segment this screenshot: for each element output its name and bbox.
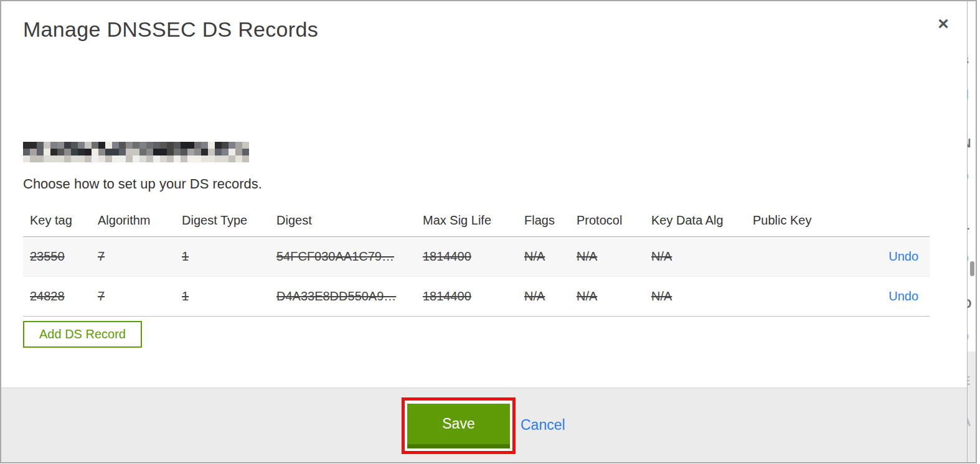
col-header-algorithm: Algorithm xyxy=(98,206,182,237)
col-header-max-sig-life: Max Sig Life xyxy=(423,206,524,237)
cell-flags: N/A xyxy=(524,237,577,277)
occluded-text-fragment: s xyxy=(968,53,969,66)
col-header-public-key: Public Key xyxy=(753,206,880,237)
occluded-text-fragment: o xyxy=(968,251,969,264)
screenshot-root: Manage DNSSEC DS Records × Choose how to… xyxy=(0,0,980,464)
table-row: 24828 7 1 D4A33E8DD550A9… 1814400 N/A N/… xyxy=(23,277,930,317)
redacted-domain-name xyxy=(23,142,249,162)
cell-digest-type: 1 xyxy=(182,237,276,277)
col-header-protocol: Protocol xyxy=(577,206,651,237)
occluded-text-fragment: L xyxy=(968,219,969,231)
cell-public-key xyxy=(753,277,880,317)
cell-flags: N/A xyxy=(524,277,577,317)
cell-key-data-alg: N/A xyxy=(651,277,753,317)
cell-protocol: N/A xyxy=(577,277,651,317)
col-header-flags: Flags xyxy=(524,206,577,237)
cell-key-tag: 24828 xyxy=(23,277,98,317)
cell-digest-type: 1 xyxy=(182,277,276,317)
undo-link[interactable]: Undo xyxy=(888,249,918,263)
cell-key-tag: 23550 xyxy=(23,237,98,277)
table-row: 23550 7 1 54FCF030AA1C79… 1814400 N/A N/… xyxy=(23,237,930,277)
ds-records-table: Key tag Algorithm Digest Type Digest Max… xyxy=(23,206,930,317)
col-header-actions xyxy=(880,206,930,237)
undo-link[interactable]: Undo xyxy=(888,289,918,303)
instruction-text: Choose how to set up your DS records. xyxy=(23,176,262,192)
col-header-key-data-alg: Key Data Alg xyxy=(651,206,753,237)
cell-public-key xyxy=(753,237,880,277)
occluded-text-fragment: d xyxy=(968,88,969,101)
background-page-strip: sdNoLoOoEA xyxy=(968,1,976,462)
occluded-text-fragment: o xyxy=(968,330,969,342)
save-button[interactable]: Save xyxy=(407,404,510,448)
cell-key-data-alg: N/A xyxy=(651,237,753,277)
save-highlight-annotation: Save xyxy=(402,397,516,454)
occluded-text-fragment: N xyxy=(968,137,971,149)
cancel-link[interactable]: Cancel xyxy=(521,417,565,434)
occluded-text-fragment: o xyxy=(968,169,969,182)
scrollbar-thumb[interactable] xyxy=(970,261,974,276)
table-header-row: Key tag Algorithm Digest Type Digest Max… xyxy=(23,206,930,237)
occluded-text-fragment: A xyxy=(968,415,971,428)
page-title: Manage DNSSEC DS Records xyxy=(23,17,318,42)
cell-algorithm: 7 xyxy=(98,277,182,317)
cell-digest: 54FCF030AA1C79… xyxy=(276,237,423,277)
occluded-text-fragment: O xyxy=(968,297,972,310)
cell-digest: D4A33E8DD550A9… xyxy=(276,277,423,317)
cell-algorithm: 7 xyxy=(98,237,182,277)
cell-max-sig-life: 1814400 xyxy=(423,277,524,317)
col-header-key-tag: Key tag xyxy=(23,206,98,237)
col-header-digest: Digest xyxy=(276,206,423,237)
close-icon[interactable]: × xyxy=(932,12,954,35)
cell-max-sig-life: 1814400 xyxy=(423,237,524,277)
occluded-text-fragment: E xyxy=(968,374,970,387)
dnssec-modal: Manage DNSSEC DS Records × Choose how to… xyxy=(1,1,968,462)
background-gray-section xyxy=(968,351,976,462)
add-ds-record-button[interactable]: Add DS Record xyxy=(23,321,142,348)
cell-protocol: N/A xyxy=(577,237,651,277)
modal-footer: Save Cancel xyxy=(1,387,967,462)
col-header-digest-type: Digest Type xyxy=(182,206,276,237)
